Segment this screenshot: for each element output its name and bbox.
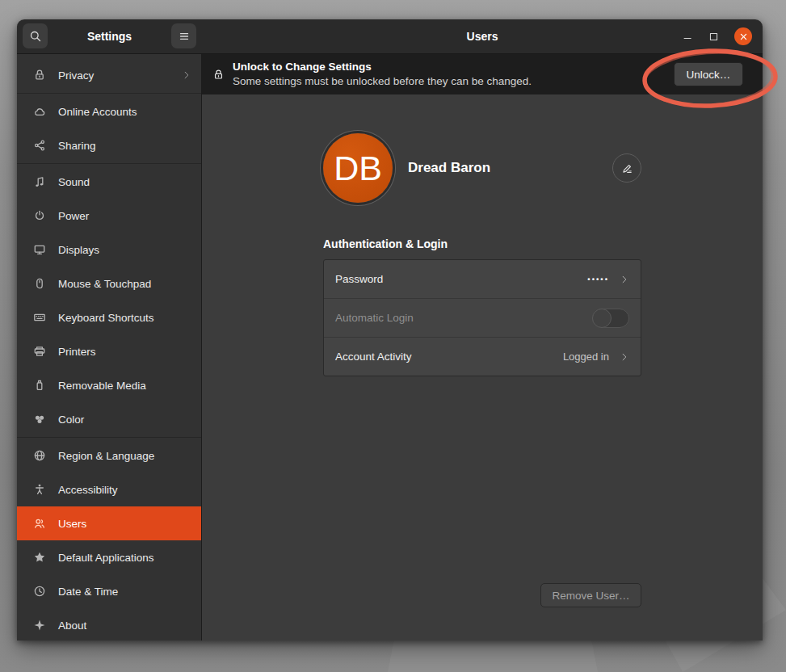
sidebar-item-label: Power — [58, 210, 89, 222]
sidebar-item-removable-media[interactable]: Removable Media — [17, 368, 201, 402]
account-activity-row-end: Logged in — [563, 351, 629, 363]
sidebar-item-printers[interactable]: Printers — [17, 334, 201, 368]
sidebar-item-sound[interactable]: Sound — [17, 165, 201, 199]
sidebar-item-about[interactable]: About — [17, 608, 201, 640]
edit-name-button[interactable] — [612, 153, 641, 183]
sidebar-item-sharing[interactable]: Sharing — [17, 128, 201, 162]
maximize-icon — [708, 32, 719, 42]
sidebar-item-color[interactable]: Color — [17, 402, 201, 436]
sidebar-item-keyboard-shortcuts[interactable]: Keyboard Shortcuts — [17, 300, 201, 334]
settings-window: Settings Users — [17, 19, 763, 640]
cloud-icon — [33, 105, 46, 118]
sidebar-item-region-language[interactable]: Region & Language — [17, 439, 201, 472]
sidebar-item-label: Sound — [58, 176, 90, 188]
lock-icon — [212, 69, 225, 81]
automatic-login-row-end — [592, 309, 629, 328]
sidebar-item-displays[interactable]: Displays — [17, 233, 201, 267]
globe-icon — [33, 449, 46, 462]
sidebar-item-power[interactable]: Power — [17, 199, 201, 233]
clock-icon — [33, 585, 46, 598]
headerbar: Settings Users — [17, 19, 763, 54]
share-icon — [33, 139, 46, 152]
sidebar-item-default-applications[interactable]: Default Applications — [17, 540, 201, 574]
password-label: Password — [335, 273, 383, 285]
color-circles-icon — [33, 413, 46, 426]
desktop: Settings Users — [0, 0, 786, 672]
automatic-login-toggle — [592, 309, 629, 328]
profile-row: DB Dread Baron — [323, 131, 641, 205]
sidebar-item-label: Region & Language — [58, 450, 154, 462]
sidebar-separator — [17, 163, 201, 164]
sidebar-item-mouse-touchpad[interactable]: Mouse & Touchpad — [17, 267, 201, 300]
sidebar-item-label: Mouse & Touchpad — [58, 278, 151, 290]
chevron-right-icon — [182, 70, 191, 80]
sidebar-item-users[interactable]: Users — [17, 506, 201, 540]
music-note-icon — [33, 175, 46, 188]
account-activity-row[interactable]: Account Activity Logged in — [324, 337, 641, 376]
toggle-knob — [592, 309, 612, 328]
printer-icon — [33, 345, 46, 358]
search-icon — [29, 30, 42, 43]
chevron-right-icon — [620, 275, 629, 284]
sidebar-separator — [17, 437, 201, 438]
maximize-button[interactable] — [708, 32, 719, 42]
minimize-icon — [683, 32, 693, 42]
sidebar-item-label: Date & Time — [58, 586, 118, 598]
sidebar-item-accessibility[interactable]: Accessibility — [17, 472, 201, 506]
sidebar-item-label: Sharing — [58, 140, 96, 152]
sparkle-icon — [33, 619, 46, 632]
accessibility-icon — [33, 483, 46, 496]
sidebar-item-date-time[interactable]: Date & Time — [17, 574, 201, 608]
unlock-banner-title: Unlock to Change Settings — [233, 60, 532, 74]
sidebar-item-label: Keyboard Shortcuts — [58, 312, 154, 324]
lock-icon — [33, 69, 46, 82]
sidebar-item-label: Privacy — [58, 69, 94, 82]
mouse-icon — [33, 277, 46, 290]
user-name: Dread Baron — [408, 160, 490, 176]
page-title: Users — [467, 30, 498, 43]
usb-drive-icon — [33, 379, 46, 392]
users-icon — [33, 517, 46, 530]
auth-section-heading: Authentication & Login — [323, 237, 641, 250]
unlock-banner: Unlock to Change Settings Some settings … — [202, 54, 763, 94]
primary-menu-button[interactable] — [171, 23, 196, 48]
app-title: Settings — [87, 30, 132, 43]
sidebar-item-label: Online Accounts — [58, 106, 137, 118]
users-panel: Unlock to Change Settings Some settings … — [202, 54, 763, 640]
close-icon — [739, 32, 748, 41]
close-button[interactable] — [734, 27, 752, 45]
sidebar-headerbar: Settings — [17, 19, 202, 53]
sidebar-separator — [17, 93, 201, 94]
sidebar: Privacy Online Accounts Sharing Sound — [17, 54, 202, 640]
pencil-icon — [621, 162, 633, 174]
power-icon — [33, 209, 46, 222]
unlock-button[interactable]: Unlock… — [674, 62, 743, 86]
sidebar-item-label: Removable Media — [58, 380, 146, 392]
search-button[interactable] — [23, 23, 48, 48]
display-icon — [33, 243, 46, 256]
automatic-login-row: Automatic Login — [324, 298, 641, 337]
sidebar-item-privacy[interactable]: Privacy — [17, 58, 201, 92]
content-headerbar: Users — [202, 19, 763, 53]
star-icon — [33, 551, 46, 564]
remove-user-button[interactable]: Remove User… — [540, 583, 641, 607]
password-row[interactable]: Password ••••• — [324, 260, 641, 298]
sidebar-item-label: Default Applications — [58, 552, 154, 564]
sidebar-item-label: Color — [58, 414, 84, 426]
auth-listbox: Password ••••• Automatic Login — [323, 259, 641, 376]
password-row-end: ••••• — [587, 275, 629, 284]
window-controls — [683, 19, 752, 53]
sidebar-item-online-accounts[interactable]: Online Accounts — [17, 94, 201, 128]
sidebar-item-label: Accessibility — [58, 484, 118, 496]
sidebar-item-label: Printers — [58, 346, 96, 358]
unlock-banner-subtitle: Some settings must be unlocked before th… — [233, 74, 532, 89]
automatic-login-label: Automatic Login — [335, 312, 414, 324]
page-column: DB Dread Baron Authentication & Login Pa… — [323, 94, 641, 640]
account-activity-value: Logged in — [563, 351, 609, 363]
password-value: ••••• — [587, 275, 609, 284]
avatar[interactable]: DB — [323, 133, 393, 203]
minimize-button[interactable] — [683, 32, 693, 42]
account-activity-label: Account Activity — [335, 351, 412, 363]
hamburger-menu-icon — [178, 30, 191, 43]
keyboard-icon — [33, 311, 46, 324]
